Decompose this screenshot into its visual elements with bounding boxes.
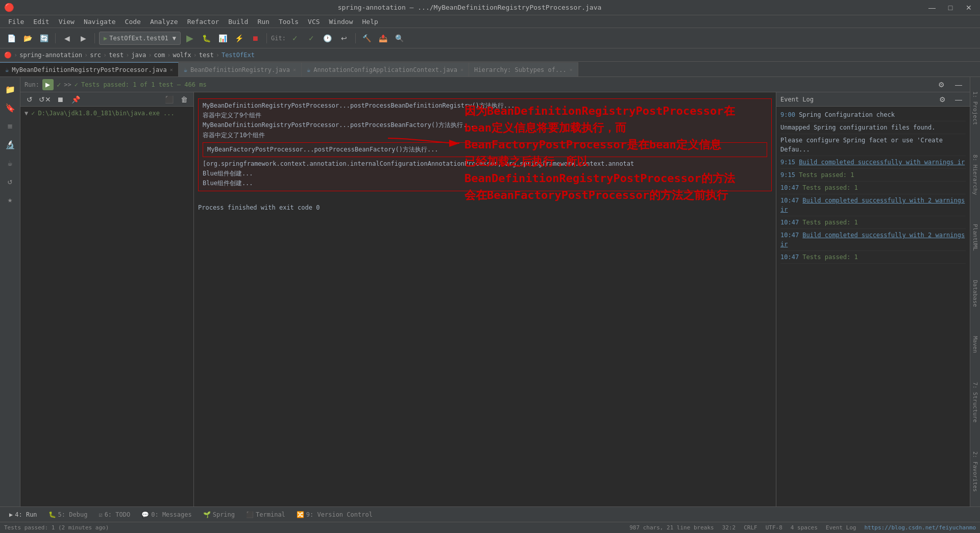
maximize-button[interactable]: □	[943, 1, 958, 15]
menu-run[interactable]: Run	[253, 17, 273, 27]
close-tab-2[interactable]: ✕	[460, 67, 463, 72]
rerun-failed-button[interactable]: ↺✕	[38, 92, 52, 107]
pin-button[interactable]: 📌	[68, 92, 83, 107]
console-line-exit: Process finished with exit code 0	[198, 203, 772, 213]
tab-debug[interactable]: 🐛 5: Debug	[43, 510, 93, 519]
profile-button[interactable]: ⚡	[232, 31, 246, 45]
bookmark-icon[interactable]: 🔖	[2, 99, 18, 116]
tab-vcs[interactable]: 🔀 9: Version Control	[291, 510, 378, 519]
build-link-0[interactable]: Build completed successfully with warnin…	[799, 159, 965, 166]
git-check2-button[interactable]: ✓	[304, 31, 318, 45]
breadcrumb-src[interactable]: src	[90, 52, 101, 59]
terminal-icon: ⬛	[246, 511, 254, 518]
menu-code[interactable]: Code	[121, 17, 145, 27]
breadcrumb-wolfx[interactable]: wolfx	[173, 52, 191, 59]
expand-arrow: ▼	[24, 110, 28, 117]
project-icon[interactable]: 📁	[2, 81, 18, 97]
sidebar-maven[interactable]: Maven	[971, 332, 979, 357]
sidebar-favorites[interactable]: 2: Favorites	[971, 447, 979, 496]
close-tab-0[interactable]: ✕	[170, 67, 173, 72]
bean-icon[interactable]: ☕	[2, 155, 18, 171]
new-file-button[interactable]: 📄	[4, 31, 18, 45]
menu-tools[interactable]: Tools	[275, 17, 303, 27]
breadcrumb-test2[interactable]: test	[199, 52, 214, 59]
tab-messages[interactable]: 💬 0: Messages	[136, 510, 197, 519]
event-log-status[interactable]: Event Log	[826, 524, 856, 531]
console-output[interactable]: MyBeanDefinitionRegistryPostProcessor...…	[194, 92, 776, 506]
run-button[interactable]: ▶	[183, 31, 197, 45]
rerun-button[interactable]: ↺	[22, 92, 37, 107]
close-tab-3[interactable]: ✕	[570, 67, 573, 72]
sidebar-plantuml[interactable]: PlantUML	[971, 220, 979, 255]
git-rollback-button[interactable]: ↩	[337, 31, 351, 45]
menu-vcs[interactable]: VCS	[304, 17, 324, 27]
close-button[interactable]: ✕	[962, 1, 976, 15]
inspect-icon[interactable]: 🔬	[2, 136, 18, 153]
debug-button[interactable]: 🐛	[199, 31, 213, 45]
build-button[interactable]: 🔨	[360, 31, 374, 45]
menu-file[interactable]: File	[4, 17, 28, 27]
tab-terminal[interactable]: ⬛ Terminal	[241, 510, 290, 519]
menu-help[interactable]: Help	[358, 17, 382, 27]
refactor-icon[interactable]: ↺	[2, 173, 18, 189]
stop-test-button[interactable]: ⏹	[53, 92, 67, 107]
share-button[interactable]: 📤	[376, 31, 390, 45]
open-button[interactable]: 📂	[20, 31, 35, 45]
settings-run-button[interactable]: ⚙	[934, 78, 948, 92]
menu-navigate[interactable]: Navigate	[80, 17, 120, 27]
crlf-info[interactable]: CRLF	[744, 524, 757, 531]
back-button[interactable]: ◀	[60, 31, 74, 45]
search-button[interactable]: 🔍	[393, 31, 407, 45]
git-clock-button[interactable]: 🕐	[321, 31, 335, 45]
menu-build[interactable]: Build	[224, 17, 252, 27]
git-check-button[interactable]: ✓	[288, 31, 302, 45]
editor-tabs: ☕ MyBeanDefinitionRegistryPostProcessor.…	[0, 62, 980, 77]
tab-run[interactable]: ▶ 4: Run	[4, 510, 42, 519]
indent-info[interactable]: 4 spaces	[791, 524, 818, 531]
build-link-2[interactable]: Build completed successfully with 2 warn…	[780, 232, 965, 248]
run-test-button[interactable]: ▶	[42, 79, 54, 90]
sidebar-hierarchy[interactable]: 8: Hierarchy	[971, 150, 979, 199]
breadcrumb-java[interactable]: java	[131, 52, 146, 59]
event-log-controls: ⚙ —	[935, 92, 966, 107]
encoding-info[interactable]: UTF-8	[766, 524, 782, 531]
breadcrumb-test[interactable]: test	[109, 52, 124, 59]
star-icon[interactable]: ★	[2, 191, 18, 208]
title-bar: 🔴 spring-annotation — .../MyBeanDefiniti…	[0, 0, 980, 15]
breadcrumb-class[interactable]: TestOfExt	[222, 52, 255, 59]
breadcrumb-project[interactable]: spring-annotation	[19, 52, 82, 59]
run-config-dropdown[interactable]: ▶ TestOfExt.test01 ▼	[99, 32, 181, 45]
menu-window[interactable]: Window	[325, 17, 357, 27]
tab-hierarchy[interactable]: Hierarchy: Subtypes of... ✕	[469, 62, 578, 77]
menu-analyze[interactable]: Analyze	[146, 17, 182, 27]
event-log-content[interactable]: 9:00 Spring Configuration check Unmapped…	[776, 107, 970, 506]
minimize-button[interactable]: —	[925, 1, 939, 15]
stop-button[interactable]: ⏹	[248, 31, 262, 45]
build-link-1[interactable]: Build completed successfully with 2 warn…	[780, 197, 965, 213]
forward-button[interactable]: ▶	[76, 31, 90, 45]
sort-button[interactable]: ⬛	[162, 92, 176, 107]
menu-edit[interactable]: Edit	[29, 17, 53, 27]
close-run-button[interactable]: —	[951, 78, 966, 92]
breadcrumb-com[interactable]: com	[154, 52, 165, 59]
structure-icon[interactable]: ≡	[2, 118, 18, 134]
tab-spring[interactable]: 🌱 Spring	[198, 510, 240, 519]
url-info[interactable]: https://blog.csdn.net/feiyuchanmo	[864, 524, 976, 531]
event-log-settings[interactable]: ⚙	[935, 92, 949, 107]
sidebar-database[interactable]: Database	[971, 276, 979, 311]
tab-todo[interactable]: ☑ 6: TODO	[93, 510, 135, 519]
breadcrumb-logo: 🔴	[4, 52, 12, 59]
close-tab-1[interactable]: ✕	[293, 67, 296, 72]
menu-view[interactable]: View	[55, 17, 79, 27]
trash-button[interactable]: 🗑	[177, 92, 191, 107]
tab-beandefreg[interactable]: ☕ BeanDefinitionRegistry.java ✕	[179, 62, 302, 77]
sync-button[interactable]: 🔄	[37, 31, 51, 45]
sidebar-project[interactable]: 1: Project	[971, 87, 979, 129]
coverage-button[interactable]: 📊	[215, 31, 230, 45]
tab-annotconfig[interactable]: ☕ AnnotationConfigApplicationContext.jav…	[302, 62, 469, 77]
sidebar-structure[interactable]: 7: Structure	[971, 378, 979, 426]
test-java-cmd[interactable]: ▼ ✓ D:\Java\jdk1.8.0_181\bin\java.exe ..…	[20, 109, 193, 118]
menu-refactor[interactable]: Refactor	[183, 17, 224, 27]
tab-mybeandef[interactable]: ☕ MyBeanDefinitionRegistryPostProcessor.…	[0, 62, 179, 77]
event-log-close[interactable]: —	[951, 92, 966, 107]
